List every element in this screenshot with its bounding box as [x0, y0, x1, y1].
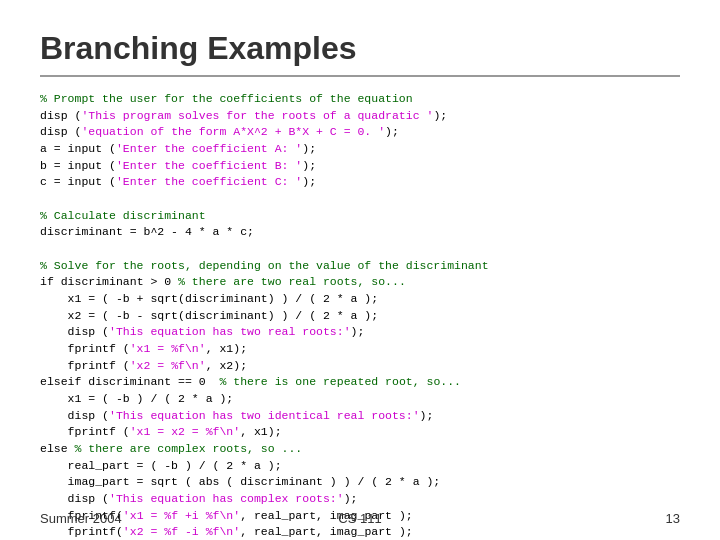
slide: Branching Examples % Prompt the user for… — [0, 0, 720, 540]
footer-left: Summer 2004 — [40, 511, 122, 526]
title-divider — [40, 75, 680, 77]
footer-right: 13 — [666, 511, 680, 526]
slide-title: Branching Examples — [40, 30, 680, 67]
footer-center: CS 111 — [338, 511, 381, 526]
code-block: % Prompt the user for the coefficients o… — [40, 91, 680, 540]
